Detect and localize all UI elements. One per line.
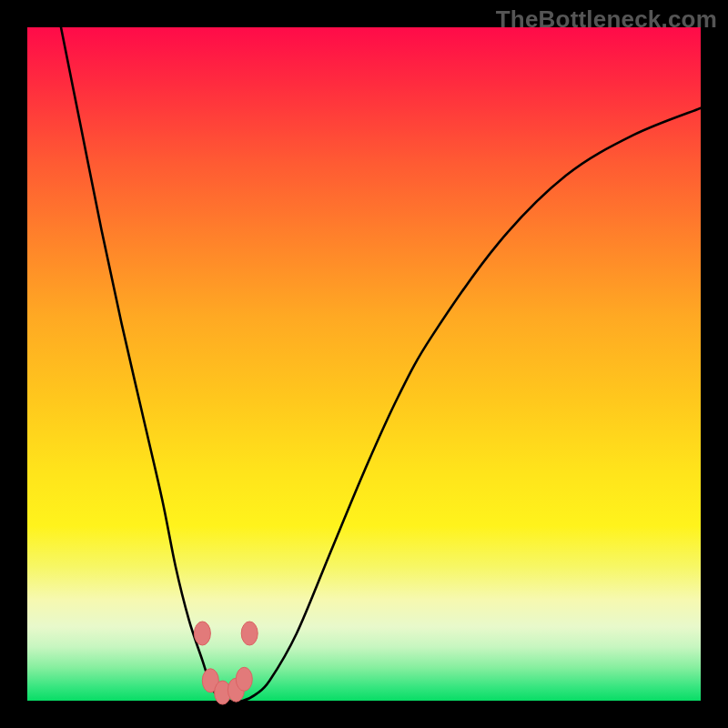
curve-marker xyxy=(236,667,252,691)
bottleneck-curve-svg xyxy=(27,27,701,701)
plot-area xyxy=(27,27,701,701)
curve-marker xyxy=(194,622,210,645)
bottleneck-curve-path xyxy=(61,27,701,702)
chart-frame: TheBottleneck.com xyxy=(0,0,728,728)
curve-marker xyxy=(241,622,258,645)
